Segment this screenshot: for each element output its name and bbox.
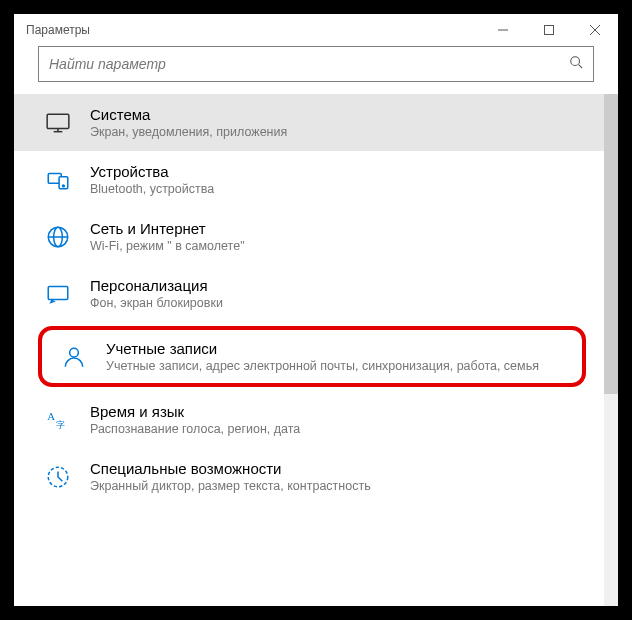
svg-rect-6 (47, 114, 69, 128)
settings-item-desc: Экран, уведомления, приложения (90, 125, 584, 139)
search-input[interactable] (49, 56, 569, 72)
svg-point-11 (63, 185, 65, 187)
window-title: Параметры (26, 23, 480, 37)
svg-rect-15 (48, 286, 68, 299)
svg-rect-1 (545, 26, 554, 35)
person-icon (60, 343, 88, 371)
minimize-button[interactable] (480, 14, 526, 46)
window-controls (480, 14, 618, 46)
settings-item-desc: Фон, экран блокировки (90, 296, 584, 310)
highlight-ring: Учетные записи Учетные записи, адрес эле… (38, 326, 586, 387)
settings-item-desc: Экранный диктор, размер текста, контраст… (90, 479, 584, 493)
settings-item-system[interactable]: Система Экран, уведомления, приложения (14, 94, 604, 151)
svg-line-5 (579, 65, 583, 69)
settings-window: Параметры (14, 14, 618, 606)
scrollbar[interactable] (604, 94, 618, 606)
svg-point-4 (571, 57, 580, 66)
settings-item-desc: Учетные записи, адрес электронной почты,… (106, 359, 564, 373)
devices-icon (44, 166, 72, 194)
maximize-button[interactable] (526, 14, 572, 46)
settings-item-accessibility[interactable]: Специальные возможности Экранный диктор,… (14, 448, 604, 505)
settings-item-title: Персонализация (90, 277, 584, 294)
brush-icon (44, 280, 72, 308)
time-language-icon: A 字 (44, 406, 72, 434)
scrollbar-thumb[interactable] (604, 94, 618, 394)
search-icon (569, 55, 583, 73)
settings-item-title: Специальные возможности (90, 460, 584, 477)
titlebar: Параметры (14, 14, 618, 46)
svg-point-16 (70, 348, 79, 357)
settings-item-title: Система (90, 106, 584, 123)
monitor-icon (44, 109, 72, 137)
settings-content: Система Экран, уведомления, приложения У… (14, 94, 618, 606)
settings-item-desc: Bluetooth, устройства (90, 182, 584, 196)
settings-item-title: Время и язык (90, 403, 584, 420)
settings-item-title: Учетные записи (106, 340, 564, 357)
close-button[interactable] (572, 14, 618, 46)
settings-item-network[interactable]: Сеть и Интернет Wi-Fi, режим " в самолет… (14, 208, 604, 265)
settings-item-accounts[interactable]: Учетные записи Учетные записи, адрес эле… (42, 330, 582, 383)
svg-text:A: A (47, 410, 55, 422)
svg-text:字: 字 (56, 419, 65, 429)
settings-item-time-language[interactable]: A 字 Время и язык Распознавание голоса, р… (14, 391, 604, 448)
accessibility-icon (44, 463, 72, 491)
settings-item-title: Сеть и Интернет (90, 220, 584, 237)
settings-item-desc: Распознавание голоса, регион, дата (90, 422, 584, 436)
settings-item-personalization[interactable]: Персонализация Фон, экран блокировки (14, 265, 604, 322)
search-box[interactable] (38, 46, 594, 82)
settings-item-title: Устройства (90, 163, 584, 180)
settings-item-devices[interactable]: Устройства Bluetooth, устройства (14, 151, 604, 208)
globe-icon (44, 223, 72, 251)
settings-item-desc: Wi-Fi, режим " в самолете" (90, 239, 584, 253)
